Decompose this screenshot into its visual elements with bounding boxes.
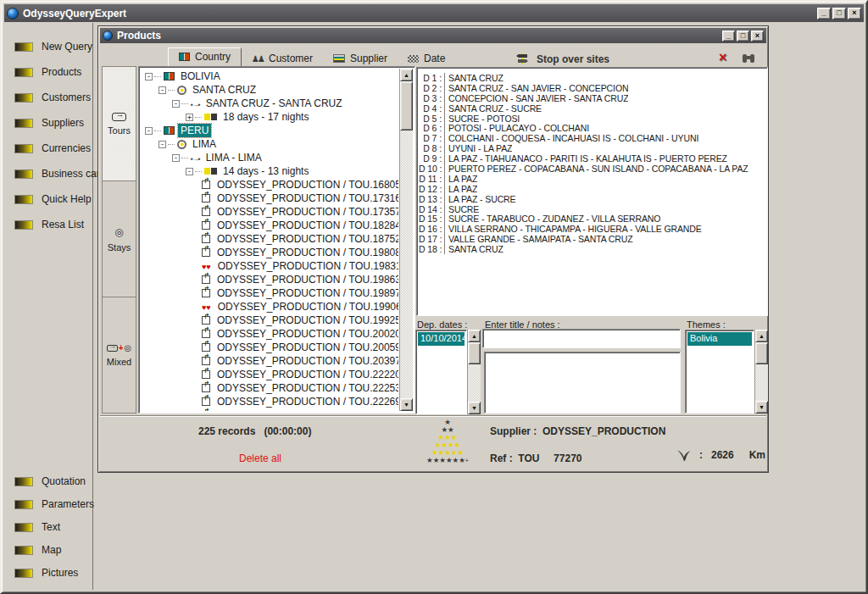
tree-row[interactable]: ODYSSEY_PRODUCTION / TOU.19863 <box>142 273 398 286</box>
products-close-button[interactable]: × <box>751 31 764 42</box>
list-item[interactable]: Bolivia <box>687 332 752 346</box>
expand-icon[interactable]: + <box>186 114 193 121</box>
tour-icon <box>202 343 210 352</box>
tree-row[interactable]: ODYSSEY_PRODUCTION / TOU.19831 <box>142 259 398 273</box>
side-tab-mixed[interactable]: +◎Mixed <box>103 297 136 413</box>
tree-row[interactable]: ODYSSEY_PRODUCTION / TOU.22220 <box>142 368 398 381</box>
scroll-down-button[interactable] <box>400 398 413 411</box>
tree-row[interactable]: ODYSSEY_PRODUCTION / TOU.19925 <box>142 314 398 327</box>
tree-row[interactable]: ODYSSEY_PRODUCTION / TOU.17357 <box>142 205 398 219</box>
scroll-down-button[interactable] <box>468 402 481 414</box>
stopover-day-row[interactable]: D 10 :PUERTO PEREZ - COPACABANA - SUN IS… <box>419 164 767 174</box>
scroll-thumb[interactable] <box>400 81 413 130</box>
tree-item-label: SANTA CRUZ <box>190 83 259 97</box>
tree-row[interactable]: ODYSSEY_PRODUCTION / TOU.20059 <box>142 341 398 354</box>
tree-row[interactable]: +18 days - 17 nights <box>142 110 398 124</box>
tree-row[interactable]: -SANTA CRUZ <box>142 83 398 97</box>
sidebar-item-quotation[interactable]: Quotation <box>4 475 92 488</box>
scroll-up-button[interactable] <box>400 69 413 81</box>
stopover-day-row[interactable]: D 2 :SANTA CRUZ - SAN JAVIER - CONCEPCIO… <box>419 83 767 93</box>
delete-all-button[interactable]: Delete all <box>239 452 281 464</box>
tree-row[interactable]: ODYSSEY_PRODUCTION / TOU.20397 <box>142 354 398 368</box>
sidebar-item-pictures[interactable]: Pictures <box>4 566 92 580</box>
themes-scrollbar[interactable] <box>754 330 768 414</box>
stopover-day-row[interactable]: D 5 :SUCRE - POTOSI <box>419 114 767 124</box>
sidebar-item-business-card[interactable]: Business card <box>4 167 92 180</box>
stopover-day-row[interactable]: D 4 :SANTA CRUZ - SUCRE <box>419 103 767 114</box>
tree-row[interactable]: ODYSSEY_PRODUCTION / TOU.19897 <box>142 286 398 300</box>
sidebar-item-new-query[interactable]: New Query <box>4 40 92 53</box>
sidebar-item-text[interactable]: Text <box>4 520 92 534</box>
products-maximize-button[interactable]: □ <box>737 31 749 42</box>
tree-row[interactable]: -LIMA <box>142 137 398 151</box>
tab-supplier[interactable]: Supplier <box>323 50 398 67</box>
tab-date[interactable]: Date <box>398 50 455 67</box>
collapse-icon[interactable]: - <box>172 154 180 162</box>
sidebar-item-products[interactable]: Products <box>4 65 92 79</box>
sidebar-item-parameters[interactable]: Parameters <box>4 497 92 511</box>
tree-row[interactable]: -14 days - 13 nights <box>142 164 398 178</box>
maximize-button[interactable]: □ <box>832 8 846 19</box>
side-tab-stays[interactable]: Stays <box>103 181 136 297</box>
stopover-day-row[interactable]: D 7 :COLCHANI - COQUESA - INCAHUASI IS -… <box>419 133 767 143</box>
stopover-day-row[interactable]: D 11 :LA PAZ <box>419 174 767 184</box>
collapse-icon[interactable]: - <box>159 141 166 148</box>
side-tab-tours[interactable]: Tours <box>103 67 136 181</box>
tree-row[interactable]: ODYSSEY_PRODUCTION / TOU.19808 <box>142 246 398 259</box>
tree-row[interactable]: ODYSSEY_PRODUCTION / TOU.22253 <box>142 381 398 395</box>
tree-row[interactable]: ODYSSEY_PRODUCTION / TOU.18752 <box>142 232 398 246</box>
stopover-day-row[interactable]: D 8 :UYUNI - LA PAZ <box>419 143 767 153</box>
sidebar-item-label: Currencies <box>42 142 91 154</box>
scroll-up-button[interactable] <box>468 330 481 342</box>
sidebar-item-resa-list[interactable]: Resa List <box>4 218 92 231</box>
delete-x-icon[interactable]: × <box>719 50 726 65</box>
collapse-icon[interactable]: - <box>159 86 166 94</box>
tab-customer[interactable]: Customer <box>242 50 323 67</box>
minimize-button[interactable]: _ <box>817 8 831 19</box>
tree-row[interactable]: ODYSSEY_PRODUCTION / TOU.20020 <box>142 327 398 341</box>
stopover-day-row[interactable]: D 3 :CONCEPCION - SAN JAVIER - SANTA CRU… <box>419 93 767 103</box>
stopover-day-row[interactable]: D 16 :VILLA SERRANO - THICAPAMPA - HIGUE… <box>419 224 767 234</box>
tree-row[interactable]: -SANTA CRUZ - SANTA CRUZ <box>142 97 398 110</box>
stopover-day-row[interactable]: D 14 :SUCRE <box>419 204 767 214</box>
scroll-thumb[interactable] <box>468 342 481 364</box>
tree-row[interactable]: -BOLIVIA <box>142 69 398 83</box>
scroll-down-button[interactable] <box>755 401 768 414</box>
close-button[interactable]: × <box>848 8 861 19</box>
tree-row[interactable]: ODYSSEY_PRODUCTION / TOU.22284 <box>142 408 398 411</box>
tree-row[interactable]: ODYSSEY_PRODUCTION / TOU.16805 <box>142 178 398 192</box>
collapse-icon[interactable]: - <box>186 168 193 175</box>
tree-row[interactable]: ODYSSEY_PRODUCTION / TOU.18284 <box>142 219 398 232</box>
stopover-day-row[interactable]: D 9 :LA PAZ - TIAHUANACO - PARITI IS - K… <box>419 153 767 164</box>
collapse-icon[interactable]: - <box>145 127 153 135</box>
sidebar-item-currencies[interactable]: Currencies <box>4 142 92 155</box>
stopover-day-row[interactable]: D 15 :SUCRE - TARABUCO - ZUDANEZ - VILLA… <box>419 214 767 224</box>
sidebar-item-quick-help[interactable]: Quick Help <box>4 192 92 206</box>
stopover-day-row[interactable]: D 17 :VALLE GRANDE - SAMAIPATA - SANTA C… <box>419 234 767 244</box>
binoculars-icon[interactable] <box>743 54 754 63</box>
title-input[interactable] <box>482 329 681 348</box>
tree-row[interactable]: ODYSSEY_PRODUCTION / TOU.22269 <box>142 395 398 408</box>
sidebar-item-map[interactable]: Map <box>4 543 92 557</box>
list-item[interactable]: 10/10/2014 <box>418 332 465 346</box>
tab-country[interactable]: Country <box>168 47 242 67</box>
notes-textarea[interactable] <box>484 352 681 414</box>
stopover-day-row[interactable]: D 18 :SANTA CRUZ <box>419 244 767 254</box>
tree-row[interactable]: ODYSSEY_PRODUCTION / TOU.19906 <box>142 300 398 314</box>
tree-row[interactable]: -PERU <box>142 124 398 137</box>
stopover-day-row[interactable]: D 12 :LA PAZ <box>419 184 767 194</box>
tree-row[interactable]: -LIMA - LIMA <box>142 151 398 164</box>
tree-row[interactable]: ODYSSEY_PRODUCTION / TOU.17316 <box>142 192 398 205</box>
sidebar-item-suppliers[interactable]: Suppliers <box>4 116 92 130</box>
collapse-icon[interactable]: - <box>172 100 180 108</box>
scroll-thumb[interactable] <box>755 342 768 364</box>
stopover-day-row[interactable]: D 6 :POTOSI - PULACAYO - COLCHANI <box>419 123 767 133</box>
stopover-day-row[interactable]: D 13 :LA PAZ - SUCRE <box>419 194 767 204</box>
stopover-day-row[interactable]: D 1 :SANTA CRUZ <box>419 73 767 83</box>
tree-scrollbar[interactable] <box>399 69 413 411</box>
scroll-up-button[interactable] <box>755 330 768 342</box>
collapse-icon[interactable]: - <box>145 73 153 80</box>
sidebar-item-customers[interactable]: Customers <box>4 91 92 104</box>
dep-dates-scrollbar[interactable] <box>467 330 481 414</box>
products-minimize-button[interactable]: _ <box>722 31 735 42</box>
